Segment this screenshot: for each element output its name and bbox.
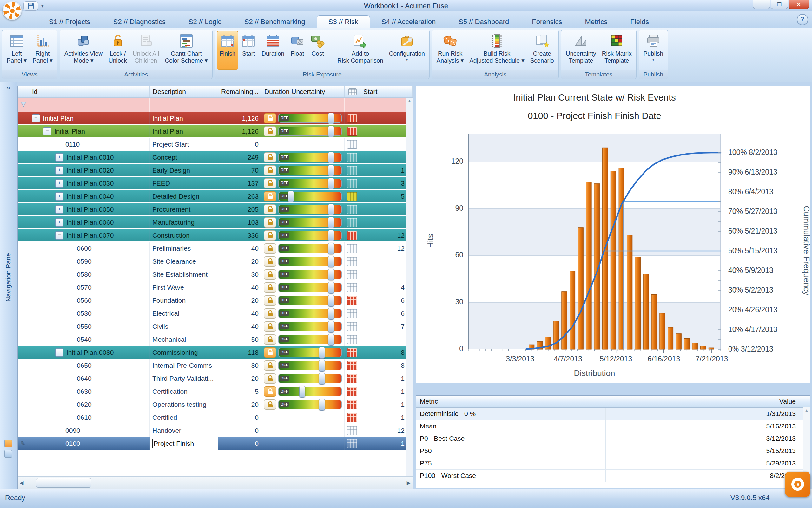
unlock-icon[interactable] <box>264 361 276 371</box>
table-row-initial-plan[interactable]: −Initial PlanInitial Plan1,126OFF <box>18 125 413 138</box>
unlock-icon[interactable] <box>264 165 276 175</box>
uncertainty-slider[interactable]: OFF <box>278 270 342 279</box>
table-row-initial-plan-0030[interactable]: +Initial Plan.0030FEED137OFF3 <box>18 177 413 190</box>
risk-grid-icon[interactable] <box>347 231 357 240</box>
risk-grid-icon[interactable] <box>347 335 357 344</box>
risk-grid-icon[interactable] <box>347 192 357 201</box>
risk-grid-icon[interactable] <box>347 348 357 357</box>
slider-thumb[interactable] <box>328 243 334 254</box>
unlock-icon[interactable] <box>264 283 276 293</box>
table-horizontal-scrollbar[interactable] <box>18 476 413 489</box>
risk-grid-icon[interactable] <box>347 322 357 331</box>
filter-grid[interactable] <box>345 98 360 112</box>
table-row-initial-plan-0020[interactable]: +Initial Plan.0020Early Design70OFF1 <box>18 164 413 177</box>
tab-s1-projects[interactable]: S1 // Projects <box>37 15 102 28</box>
risk-grid-icon[interactable] <box>347 244 357 253</box>
uncertainty-slider[interactable]: OFF <box>278 374 342 383</box>
scroll-up-icon[interactable] <box>407 98 413 103</box>
unlock-icon[interactable] <box>264 217 276 227</box>
slider-thumb[interactable] <box>328 282 334 294</box>
slider-thumb[interactable] <box>328 178 334 189</box>
risk-grid-icon[interactable] <box>347 114 357 123</box>
uncertainty-slider[interactable]: OFF <box>278 231 342 240</box>
slider-thumb[interactable] <box>319 347 325 358</box>
lock-icon[interactable] <box>264 113 276 123</box>
risk-grid-icon[interactable] <box>347 205 357 214</box>
tab-s4-acceleration[interactable]: S4 // Acceleration <box>370 15 447 28</box>
unlock-icon[interactable] <box>264 152 276 163</box>
activities-view-mode-button[interactable]: Activities ViewMode ▾ <box>61 31 106 70</box>
risk-grid-icon[interactable] <box>347 400 357 409</box>
minimize-button[interactable] <box>753 0 770 9</box>
unlock-icon[interactable] <box>264 399 276 410</box>
header-description[interactable]: Description <box>150 86 218 97</box>
table-row-0650[interactable]: 0650Internal Pre-Comms80OFF8 <box>18 359 413 372</box>
uncertainty-slider[interactable]: OFF <box>278 166 342 175</box>
build-risk-adjusted-schedule-button[interactable]: Build RiskAdjusted Schedule ▾ <box>466 31 527 70</box>
collapse-button[interactable]: − <box>43 127 51 135</box>
table-row-initial-plan-0050[interactable]: +Initial Plan.0050Procurement205OFF <box>18 203 413 216</box>
table-row-0110[interactable]: 0110Project Start0 <box>18 138 413 151</box>
table-row-0630[interactable]: 0630Certification5OFF1 <box>18 385 413 398</box>
lock-unlock-button[interactable]: Lock /Unlock <box>106 31 130 70</box>
lock-icon[interactable] <box>264 191 276 202</box>
slider-thumb[interactable] <box>328 113 334 124</box>
header-remaining[interactable]: Remaining... <box>218 86 261 97</box>
slider-thumb[interactable] <box>319 373 325 385</box>
filter-start[interactable] <box>360 98 413 112</box>
expand-button[interactable]: + <box>55 192 63 201</box>
expand-button[interactable]: + <box>55 179 63 187</box>
left-panel-button[interactable]: LeftPanel ▾ <box>4 31 30 70</box>
add-to-risk-comparison-button[interactable]: Add toRisk Comparison <box>335 31 386 70</box>
header-start[interactable]: Start <box>360 86 413 97</box>
unlock-icon[interactable] <box>264 308 276 319</box>
slider-thumb[interactable] <box>328 334 334 345</box>
unlock-icon[interactable] <box>264 334 276 345</box>
slider-thumb[interactable] <box>319 399 325 411</box>
uncertainty-slider[interactable]: OFF <box>278 127 342 136</box>
header-duration-uncertainty[interactable]: Duration Uncertainty <box>261 86 345 97</box>
tab-s2-benchmarking[interactable]: S2 // Benchmarking <box>233 15 317 28</box>
configuration-button[interactable]: Configuration▾ <box>386 31 428 70</box>
table-row-initial-plan[interactable]: −Initial PlanInitial Plan1,126OFF <box>18 112 413 125</box>
nav-pane-button-2[interactable] <box>4 450 12 458</box>
risk-grid-icon[interactable] <box>347 270 357 279</box>
float-button[interactable]: Float <box>287 31 307 70</box>
metric-row-p75[interactable]: P755/29/2013 <box>416 457 810 470</box>
risk-grid-icon[interactable] <box>347 153 357 162</box>
unlock-icon[interactable] <box>264 295 276 305</box>
table-row-0090[interactable]: 0090Handover012 <box>18 424 413 437</box>
table-row-initial-plan-0010[interactable]: +Initial Plan.0010Concept249OFF <box>18 151 413 164</box>
table-row-0560[interactable]: 0560Foundation20OFF6 <box>18 294 413 307</box>
table-row-0610[interactable]: 0610Certified01 <box>18 411 413 424</box>
save-button[interactable] <box>24 1 38 11</box>
uncertainty-slider[interactable]: OFF <box>278 361 342 370</box>
risk-grid-icon[interactable] <box>347 374 357 383</box>
filter-remaining[interactable] <box>218 98 261 112</box>
filter-id[interactable] <box>29 98 150 112</box>
uncertainty-slider[interactable]: OFF <box>278 400 342 409</box>
uncertainty-slider[interactable]: OFF <box>278 348 342 357</box>
header-risk-grid[interactable] <box>345 86 360 97</box>
scroll-right-icon[interactable] <box>407 480 411 486</box>
tab-forensics[interactable]: Forensics <box>520 15 573 28</box>
expand-button[interactable]: + <box>55 166 63 174</box>
table-vertical-scrollbar[interactable] <box>406 98 413 476</box>
uncertainty-slider[interactable]: OFF <box>278 257 342 266</box>
table-row-0570[interactable]: 0570First Wave40OFF4 <box>18 281 413 294</box>
uncertainty-slider[interactable]: OFF <box>278 296 342 305</box>
header-id[interactable]: Id <box>29 86 150 97</box>
unlock-icon[interactable] <box>264 178 276 188</box>
cost-button[interactable]: Cost <box>307 31 328 70</box>
risk-grid-icon[interactable] <box>347 387 357 396</box>
table-row-0620[interactable]: 0620Operations testing20OFF1 <box>18 398 413 411</box>
uncertainty-slider[interactable]: OFF <box>278 283 342 292</box>
expand-nav-pane-icon[interactable] <box>0 84 16 92</box>
risk-grid-icon[interactable] <box>347 296 357 305</box>
slider-thumb[interactable] <box>328 230 334 242</box>
collapse-button[interactable]: − <box>32 114 40 123</box>
slider-thumb[interactable] <box>328 204 334 215</box>
slider-thumb[interactable] <box>288 191 294 203</box>
collapse-button[interactable]: − <box>55 231 63 240</box>
value-column-header[interactable]: Value <box>606 397 810 405</box>
